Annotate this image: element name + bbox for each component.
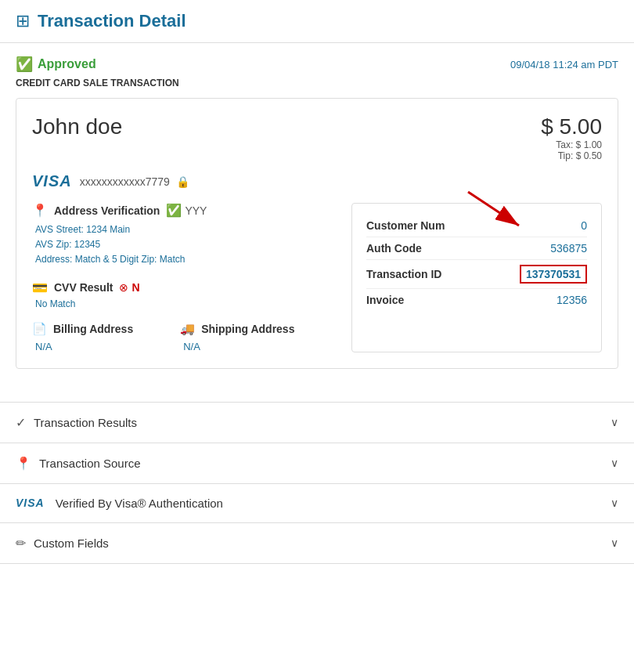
check-circle-icon: ✅: [16, 56, 33, 73]
shipping-value: N/A: [183, 341, 294, 352]
transaction-source-label: Transaction Source: [39, 457, 141, 470]
card-number: xxxxxxxxxxxx7779: [80, 175, 170, 188]
billing-address-block: 📄 Billing Address N/A: [32, 322, 133, 352]
status-label: Approved: [38, 57, 96, 71]
custom-fields-label: Custom Fields: [34, 537, 109, 550]
tax-amount: Tax: $ 1.00: [541, 139, 602, 150]
transaction-results-left: ✓ Transaction Results: [16, 415, 137, 430]
avs-block: 📍 Address Verification ✅ YYY AVS Street:…: [32, 203, 339, 268]
verified-by-visa-left: VISA Verified By Visa® Authentication: [16, 497, 223, 510]
customer-row: John doe $ 5.00 Tax: $ 1.00 Tip: $ 0.50: [32, 114, 602, 161]
document-icon: 📄: [32, 322, 47, 336]
amount-block: $ 5.00 Tax: $ 1.00 Tip: $ 0.50: [541, 114, 602, 161]
pencil-icon: ✏: [16, 536, 26, 551]
transaction-id-label: Transaction ID: [366, 268, 441, 280]
verified-by-visa-item[interactable]: VISA Verified By Visa® Authentication ∨: [0, 484, 634, 523]
checkmark-icon: ✓: [16, 415, 26, 430]
left-panel: 📍 Address Verification ✅ YYY AVS Street:…: [32, 203, 339, 352]
transaction-results-item[interactable]: ✓ Transaction Results ∨: [0, 403, 634, 443]
cvv-result: N: [131, 281, 139, 294]
transaction-results-label: Transaction Results: [34, 416, 137, 429]
details-section: 📍 Address Verification ✅ YYY AVS Street:…: [32, 203, 602, 352]
auth-code-label: Auth Code: [366, 242, 422, 255]
shipping-header: 🚚 Shipping Address: [180, 322, 294, 336]
invoice-row: Invoice 12356: [366, 289, 587, 311]
chevron-down-icon-3: ∨: [611, 497, 618, 509]
avs-check-icon: ✅: [166, 203, 182, 218]
billing-header: 📄 Billing Address: [32, 322, 133, 336]
customer-num-row: Customer Num 0: [366, 215, 587, 237]
avs-header: 📍 Address Verification ✅ YYY: [32, 203, 339, 218]
address-row: 📄 Billing Address N/A 🚚 Shipping Address…: [32, 322, 339, 352]
page-title: Transaction Detail: [38, 11, 186, 31]
cvv-details: No Match: [35, 298, 339, 309]
main-content: ✅ Approved 09/04/18 11:24 am PDT CREDIT …: [0, 43, 634, 394]
billing-value: N/A: [35, 341, 133, 352]
timestamp: 09/04/18 11:24 am PDT: [510, 59, 618, 70]
cvv-label: CVV Result: [54, 281, 113, 294]
transaction-id-row: Transaction ID 137370531: [366, 260, 587, 289]
transaction-source-item[interactable]: 📍 Transaction Source ∨: [0, 443, 634, 484]
avs-label: Address Verification: [54, 204, 160, 217]
avs-details: AVS Street: 1234 Main AVS Zip: 12345 Add…: [35, 222, 339, 268]
cvv-x-icon: ⊗: [119, 281, 128, 294]
avs-zip: AVS Zip: 12345: [35, 237, 339, 252]
chevron-down-icon-2: ∨: [611, 457, 618, 469]
transaction-id-value: 137370531: [520, 265, 587, 284]
card-icon: 💳: [32, 280, 48, 295]
amount-main: $ 5.00: [541, 114, 602, 139]
status-approved: ✅ Approved: [16, 56, 96, 73]
customer-name: John doe: [32, 114, 122, 139]
page-header: ⊞ Transaction Detail: [0, 0, 634, 43]
invoice-value: 12356: [557, 294, 587, 306]
cvv-header: 💳 CVV Result ⊗ N: [32, 280, 339, 295]
billing-label: Billing Address: [53, 323, 133, 335]
auth-code-value: 536875: [550, 242, 587, 255]
location-pin-icon: 📍: [32, 203, 48, 218]
transaction-source-left: 📍 Transaction Source: [16, 456, 141, 471]
status-bar: ✅ Approved 09/04/18 11:24 am PDT: [16, 56, 618, 73]
visa-row: VISA xxxxxxxxxxxx7779 🔒: [32, 172, 602, 190]
custom-fields-item[interactable]: ✏ Custom Fields ∨: [0, 523, 634, 564]
truck-icon: 🚚: [180, 322, 195, 336]
custom-fields-left: ✏ Custom Fields: [16, 536, 109, 551]
collapsible-sections: ✓ Transaction Results ∨ 📍 Transaction So…: [0, 402, 634, 564]
card-brand: VISA: [32, 172, 72, 190]
info-card: John doe $ 5.00 Tax: $ 1.00 Tip: $ 0.50 …: [16, 98, 618, 369]
customer-num-label: Customer Num: [366, 219, 445, 232]
invoice-label: Invoice: [366, 294, 404, 306]
chevron-down-icon: ∨: [611, 416, 618, 428]
pin-icon: 📍: [16, 456, 31, 471]
avs-address-match: Address: Match & 5 Digit Zip: Match: [35, 252, 339, 267]
shipping-address-block: 🚚 Shipping Address N/A: [180, 322, 294, 352]
lock-icon: 🔒: [176, 175, 189, 188]
tip-amount: Tip: $ 0.50: [541, 150, 602, 161]
transaction-type: CREDIT CARD SALE TRANSACTION: [16, 78, 618, 89]
shipping-label: Shipping Address: [201, 323, 294, 335]
auth-code-row: Auth Code 536875: [366, 237, 587, 260]
verified-by-visa-label: Verified By Visa® Authentication: [56, 497, 223, 510]
chevron-down-icon-4: ∨: [611, 537, 618, 549]
avs-street: AVS Street: 1234 Main: [35, 222, 339, 237]
customer-num-value: 0: [581, 219, 587, 232]
right-panel: Customer Num 0 Auth Code 536875 Transact…: [351, 203, 602, 352]
cvv-block: 💳 CVV Result ⊗ N No Match: [32, 280, 339, 309]
grid-icon: ⊞: [16, 11, 30, 31]
avs-code: YYY: [185, 204, 207, 217]
visa-brand-icon: VISA: [16, 497, 45, 509]
